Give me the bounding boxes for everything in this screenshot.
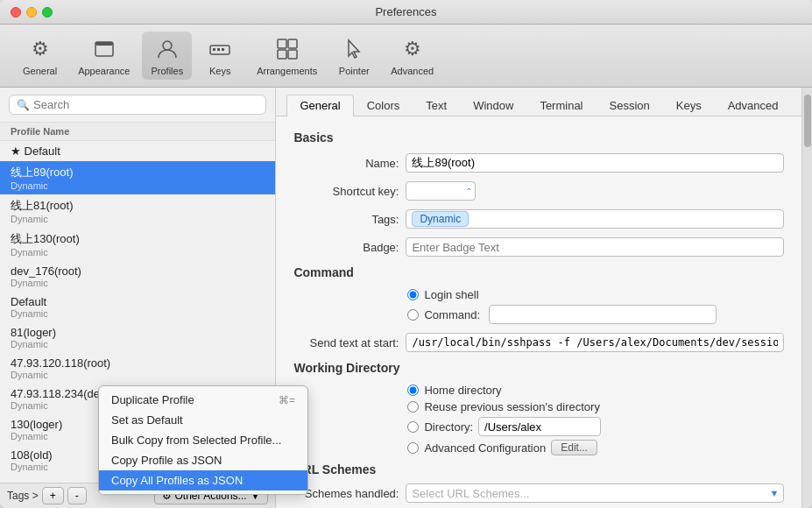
menu-item-copy-profile-json[interactable]: Copy Profile as JSON xyxy=(99,450,307,470)
tab-advanced[interactable]: Advanced xyxy=(715,95,792,116)
edit-button[interactable]: Edit... xyxy=(551,440,597,455)
command-input[interactable] xyxy=(489,305,717,324)
profile-item-2[interactable]: 线上130(root) Dynamic xyxy=(0,228,275,261)
directory-label: Directory: xyxy=(424,420,473,434)
command-section-title: Command xyxy=(293,265,784,279)
toolbar-item-pointer[interactable]: Pointer xyxy=(329,32,378,80)
advanced-config-label: Advanced Configuration xyxy=(424,441,546,455)
arrangements-icon xyxy=(273,35,301,63)
schemes-select[interactable]: Select URL Schemes... xyxy=(406,483,784,503)
minimize-button[interactable] xyxy=(26,7,37,18)
menu-shortcut: ⌘= xyxy=(279,394,295,406)
wd-section-title: Working Directory xyxy=(293,361,784,375)
tab-window[interactable]: Window xyxy=(460,95,526,116)
menu-item-label: Set as Default xyxy=(111,413,183,427)
profile-subtitle: Dynamic xyxy=(11,339,265,349)
login-shell-radio[interactable] xyxy=(407,289,419,300)
close-button[interactable] xyxy=(11,7,21,18)
search-input-wrap[interactable]: 🔍 xyxy=(9,95,266,115)
toolbar-item-keys[interactable]: Keys xyxy=(195,32,244,80)
profile-name: 线上89(root) xyxy=(11,166,74,179)
general-icon: ⚙ xyxy=(26,35,54,63)
shortcut-select[interactable] xyxy=(406,181,476,201)
profile-name: 线上130(root) xyxy=(11,232,80,245)
toolbar-item-profiles[interactable]: Profiles xyxy=(142,32,192,80)
badge-row: Badge: xyxy=(293,237,784,257)
context-menu: Duplicate Profile ⌘= Set as Default Bulk… xyxy=(98,385,308,495)
tab-session[interactable]: Session xyxy=(597,95,663,116)
advanced-config-row: Advanced Configuration Edit... xyxy=(407,440,784,455)
badge-input[interactable] xyxy=(406,237,784,257)
profile-subtitle: Dynamic xyxy=(11,370,265,380)
profile-subtitle: Dynamic xyxy=(11,247,265,258)
directory-radio[interactable] xyxy=(407,421,419,433)
shortcut-label: Shortcut key: xyxy=(293,185,399,198)
profile-name: Default xyxy=(11,295,46,308)
toolbar-label-keys: Keys xyxy=(209,66,230,76)
name-input[interactable] xyxy=(406,153,784,173)
traffic-lights xyxy=(11,7,53,18)
toolbar-item-arrangements[interactable]: Arrangements xyxy=(248,32,326,80)
toolbar-label-profiles: Profiles xyxy=(151,66,183,76)
profile-item-5[interactable]: 81(loger) Dynamic xyxy=(0,322,275,353)
menu-item-set-default[interactable]: Set as Default xyxy=(99,410,307,430)
toolbar: ⚙ General Appearance Profiles Keys Arr xyxy=(0,25,812,88)
directory-input[interactable] xyxy=(478,417,601,436)
remove-icon: - xyxy=(75,490,79,502)
reuse-session-label: Reuse previous session's directory xyxy=(424,400,599,413)
menu-item-copy-all-profiles-json[interactable]: Copy All Profiles as JSON xyxy=(99,470,307,490)
profile-item-1[interactable]: 线上81(root) Dynamic xyxy=(0,194,275,228)
svg-rect-7 xyxy=(278,39,286,48)
schemes-row: Schemes handled: Select URL Schemes... ▼ xyxy=(293,483,784,503)
profile-name: 81(loger) xyxy=(11,326,56,339)
profile-name: 130(loger) xyxy=(11,418,62,431)
tab-terminal[interactable]: Terminal xyxy=(526,95,596,116)
maximize-button[interactable] xyxy=(42,7,53,18)
toolbar-item-appearance[interactable]: Appearance xyxy=(69,32,138,80)
svg-rect-9 xyxy=(278,50,286,59)
profile-item-selected[interactable]: 线上89(root) Dynamic xyxy=(0,161,275,194)
profile-item-default[interactable]: ★ Default xyxy=(0,141,275,161)
pointer-icon xyxy=(340,35,368,63)
add-icon: + xyxy=(50,490,56,502)
toolbar-item-general[interactable]: ⚙ General xyxy=(14,32,66,80)
scrollbar-thumb[interactable] xyxy=(804,95,811,147)
menu-item-bulk-copy[interactable]: Bulk Copy from Selected Profile... xyxy=(99,430,307,450)
tab-text[interactable]: Text xyxy=(413,95,460,116)
name-label: Name: xyxy=(293,157,399,170)
search-input[interactable] xyxy=(33,98,258,111)
tab-keys[interactable]: Keys xyxy=(663,95,715,116)
keys-icon xyxy=(206,35,234,63)
schemes-label: Schemes handled: xyxy=(293,487,399,500)
scrollbar-track[interactable] xyxy=(801,88,812,508)
wd-options: Home directory Reuse previous session's … xyxy=(407,384,784,455)
toolbar-item-advanced[interactable]: ⚙ Advanced xyxy=(382,32,442,80)
reuse-session-row: Reuse previous session's directory xyxy=(407,400,784,413)
menu-item-duplicate[interactable]: Duplicate Profile ⌘= xyxy=(99,390,307,410)
tab-colors[interactable]: Colors xyxy=(354,95,413,116)
profile-name: 线上81(root) xyxy=(11,199,74,212)
reuse-session-radio[interactable] xyxy=(407,401,419,413)
advanced-config-radio[interactable] xyxy=(407,442,419,454)
svg-rect-4 xyxy=(213,48,215,51)
tags-field[interactable]: Dynamic xyxy=(406,209,784,229)
toolbar-label-pointer: Pointer xyxy=(339,66,370,76)
svg-rect-1 xyxy=(95,42,113,46)
profile-subtitle: Dynamic xyxy=(11,278,265,288)
profile-item-6[interactable]: 47.93.120.118(root) Dynamic xyxy=(0,353,275,384)
appearance-icon xyxy=(90,35,118,63)
titlebar: Preferences xyxy=(0,0,812,25)
add-profile-button[interactable]: + xyxy=(42,487,64,504)
menu-item-label: Copy Profile as JSON xyxy=(111,454,222,467)
toolbar-label-general: General xyxy=(23,66,57,76)
send-text-input[interactable] xyxy=(406,333,784,352)
profile-item-4[interactable]: Default Dynamic xyxy=(0,292,275,322)
shortcut-select-wrap: ⌃ xyxy=(406,181,476,201)
sidebar: 🔍 Profile Name ★ Default 线上89(root) Dyna… xyxy=(0,88,276,508)
profile-name: 108(old) xyxy=(11,448,53,462)
remove-profile-button[interactable]: - xyxy=(67,487,87,504)
profile-item-3[interactable]: dev_176(root) Dynamic xyxy=(0,261,275,292)
home-dir-radio[interactable] xyxy=(407,385,419,396)
tab-general[interactable]: General xyxy=(286,95,353,116)
command-radio[interactable] xyxy=(407,309,419,321)
